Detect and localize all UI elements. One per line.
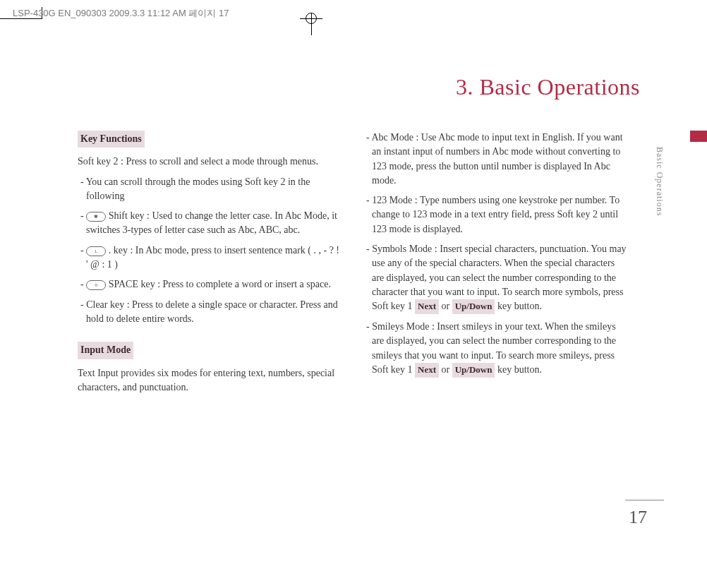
page-number: 17 <box>629 507 647 528</box>
key-functions-heading: Key Functions <box>78 131 145 148</box>
symbols-text-b: or <box>439 301 452 311</box>
side-tab <box>690 131 707 142</box>
next-button-label-2: Next <box>415 363 439 378</box>
next-button-label: Next <box>415 299 439 314</box>
input-mode-heading: Input Mode <box>78 342 133 359</box>
kf-item-shift: - ✱ Shift key : Used to change the lette… <box>78 209 342 238</box>
123-mode: - 123 Mode : Type numbers using one keys… <box>363 193 628 236</box>
side-section-label: Basic Operations <box>654 147 665 216</box>
smileys-text-c: key button. <box>495 364 542 375</box>
abc-mode: - Abc Mode : Use Abc mode to input text … <box>363 131 628 188</box>
kf-item-scroll: - You can scroll through the modes using… <box>78 175 342 204</box>
shift-key-icon: ✱ <box>86 212 106 222</box>
kf-item2-text: Shift key : Used to change the letter ca… <box>86 210 337 235</box>
kf-item4-prefix: - <box>80 279 86 289</box>
im-intro: Text Input provides six modes for enteri… <box>78 366 342 395</box>
kf-item-space: - 0 SPACE key : Press to complete a word… <box>78 277 342 292</box>
kf-intro: Soft key 2 : Press to scroll and select … <box>78 155 342 169</box>
symbols-text-c: key button. <box>495 301 542 311</box>
updown-button-label: Up/Down <box>452 299 495 314</box>
document-meta: LSP-430G EN_090303 2009.3.3 11:12 AM 페이지… <box>13 7 229 20</box>
kf-item2-prefix: - <box>80 210 86 221</box>
kf-item3-text: . key : In Abc mode, press to insert sen… <box>86 245 339 270</box>
updown-button-label-2: Up/Down <box>452 363 495 378</box>
kf-item4-text: SPACE key : Press to complete a word or … <box>106 279 331 289</box>
chapter-title: 3. Basic Operations <box>456 74 640 100</box>
page-content: Key Functions Soft key 2 : Press to scro… <box>78 131 628 400</box>
smileys-mode: - Smileys Mode : Insert smileys in your … <box>363 320 628 378</box>
symbols-mode: - Symbols Mode : Insert special characte… <box>363 242 628 314</box>
kf-item-clear: - Clear key : Press to delete a single s… <box>78 298 342 327</box>
space-key-icon: 0 <box>86 280 106 290</box>
kf-item3-prefix: - <box>80 245 86 256</box>
right-column: - Abc Mode : Use Abc mode to input text … <box>363 131 628 400</box>
kf-item-dot: - 1. . key : In Abc mode, press to inser… <box>78 244 342 272</box>
smileys-text-b: or <box>439 364 452 375</box>
left-column: Key Functions Soft key 2 : Press to scro… <box>78 131 342 400</box>
dot-key-icon: 1. <box>86 246 106 256</box>
